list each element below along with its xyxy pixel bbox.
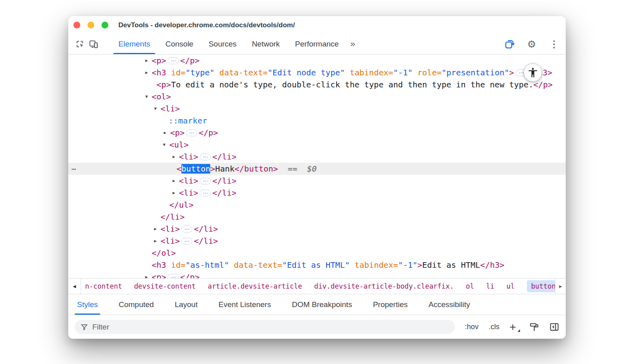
tab-properties[interactable]: Properties <box>373 294 408 315</box>
disclosure-arrow-icon[interactable]: ▸ <box>173 151 179 163</box>
tab-console[interactable]: Console <box>158 34 201 54</box>
token-tag: </ul> <box>169 200 193 210</box>
tab-event-listeners[interactable]: Event Listeners <box>218 294 271 315</box>
new-style-rule-icon[interactable]: + <box>510 322 519 333</box>
tree-row[interactable]: </ul> <box>68 199 566 211</box>
toggle-element-classes-button[interactable]: .cls <box>489 323 500 331</box>
tab-elements[interactable]: Elements <box>111 34 158 54</box>
breadcrumb-item-div[interactable]: div.devsite-article-body.clearfix. <box>314 282 454 290</box>
disclosure-arrow-icon[interactable]: ▾ <box>163 139 169 151</box>
tree-row[interactable]: ▾<li> <box>68 103 566 115</box>
token-attr: tabindex= <box>345 68 393 77</box>
tree-row[interactable]: ▸<p>⋯</p> <box>68 55 566 67</box>
expand-ellipsis-icon[interactable]: ⋯ <box>168 57 179 64</box>
toggle-hover-state-button[interactable]: :hov <box>465 323 479 331</box>
disclosure-arrow-icon[interactable]: ▸ <box>145 271 152 278</box>
tab-computed[interactable]: Computed <box>119 294 154 315</box>
tab-dom-breakpoints[interactable]: DOM Breakpoints <box>292 294 352 315</box>
token-val: "-1" <box>393 68 412 77</box>
token-tag: <li> <box>160 224 180 234</box>
zoom-button[interactable] <box>102 22 108 28</box>
tree-row[interactable]: ▾<ol> <box>68 91 566 103</box>
breadcrumb-item-button[interactable]: button <box>527 280 555 292</box>
tab-sources[interactable]: Sources <box>201 34 244 54</box>
tree-row[interactable]: </ol> <box>68 247 566 259</box>
disclosure-arrow-icon[interactable]: ▸ <box>145 55 152 67</box>
expand-ellipsis-icon[interactable]: ⋯ <box>186 129 197 136</box>
token-tag: <ol> <box>152 92 171 101</box>
tree-row[interactable]: ▾<ul> <box>68 139 566 151</box>
tab-accessibility[interactable]: Accessibility <box>429 294 470 315</box>
breadcrumb-scroll-left-icon[interactable]: ◂ <box>68 279 81 294</box>
tree-row-selected[interactable]: ⋯<button>Hank</button> == $0 <box>68 163 566 175</box>
tree-row[interactable]: </li> <box>68 211 566 223</box>
close-button[interactable] <box>73 22 80 28</box>
tree-row[interactable]: ▸<p>⋯</p> <box>68 127 566 139</box>
inspect-element-icon[interactable] <box>73 37 87 51</box>
breadcrumb-item-ol[interactable]: ol <box>466 282 474 290</box>
more-tabs-icon[interactable]: » <box>346 34 359 54</box>
disclosure-arrow-icon[interactable]: ▸ <box>164 127 170 139</box>
minimize-button[interactable] <box>87 22 94 28</box>
expand-ellipsis-icon[interactable]: ⋯ <box>200 178 211 184</box>
paint-roller-icon[interactable] <box>529 322 539 332</box>
device-toolbar-icon[interactable] <box>87 37 100 51</box>
tab-layout[interactable]: Layout <box>175 294 197 315</box>
expand-ellipsis-icon[interactable]: ⋯ <box>181 226 192 233</box>
tree-row[interactable]: <h3 id="as-html" data-text="Edit as HTML… <box>68 259 566 271</box>
tree-row[interactable]: ▸<p>⋯</p> <box>68 271 566 278</box>
token-tag: </h3> <box>480 260 504 270</box>
token-tag: <p> <box>152 56 166 65</box>
tree-row[interactable]: ::marker <box>68 115 566 127</box>
filter-field[interactable] <box>75 320 455 334</box>
settings-gear-icon[interactable]: ⚙ <box>525 37 538 51</box>
disclosure-arrow-icon[interactable]: ▸ <box>173 175 179 187</box>
disclosure-arrow-icon[interactable]: ▸ <box>154 223 160 235</box>
tree-row[interactable]: ▸<h3 id="type" data-text="Edit node type… <box>68 67 566 79</box>
disclosure-arrow-icon[interactable]: ▸ <box>145 67 152 79</box>
expand-ellipsis-icon[interactable]: ⋯ <box>168 274 179 278</box>
toggle-sidebar-icon[interactable] <box>549 322 559 332</box>
kebab-menu-icon[interactable]: ⋮ <box>547 37 561 51</box>
token-val: "presentation" <box>442 68 510 77</box>
tree-row[interactable]: ▸<li>⋯</li> <box>68 175 566 187</box>
token-text: To edit a node's type, double-click the … <box>171 80 533 89</box>
token-marker: ::marker <box>169 116 207 125</box>
reload-frame-icon[interactable] <box>502 37 516 51</box>
tree-row[interactable]: ▸<li>⋯</li> <box>68 151 566 163</box>
accessibility-person-icon[interactable] <box>524 63 542 82</box>
token-tag: </p> <box>180 272 199 278</box>
disclosure-arrow-icon[interactable]: ▾ <box>145 91 152 103</box>
breadcrumb-item-article[interactable]: article.devsite-article <box>208 282 302 290</box>
token-tag: </p> <box>180 56 199 65</box>
token-tag: <h3 <box>152 68 171 77</box>
disclosure-arrow-icon[interactable]: ▸ <box>154 235 160 247</box>
expand-ellipsis-icon[interactable]: ⋯ <box>200 190 211 196</box>
token-text: Edit as HTML <box>422 260 480 270</box>
token-tag: < <box>177 164 181 174</box>
breadcrumb-item-li[interactable]: li <box>486 282 494 290</box>
tree-row[interactable]: ▸<li>⋯</li> <box>68 223 566 235</box>
tab-network[interactable]: Network <box>244 34 288 54</box>
tree-row[interactable]: ▸<li>⋯</li> <box>68 235 566 247</box>
token-tag: </li> <box>212 152 236 162</box>
token-tag: > <box>417 260 422 270</box>
token-tag: <li> <box>179 176 198 186</box>
tab-performance[interactable]: Performance <box>287 34 346 54</box>
expand-ellipsis-icon[interactable]: ⋯ <box>200 154 211 160</box>
expand-ellipsis-icon[interactable]: ⋯ <box>181 238 192 245</box>
breadcrumb-item-main-content[interactable]: n-content <box>85 282 122 290</box>
token-attr: id= <box>171 260 185 270</box>
breadcrumb-item-ul[interactable]: ul <box>506 282 514 290</box>
token-val: "Edit as HTML" <box>282 260 350 270</box>
row-menu-icon[interactable]: ⋯ <box>71 163 76 175</box>
disclosure-arrow-icon[interactable]: ▸ <box>173 187 179 199</box>
disclosure-arrow-icon[interactable]: ▾ <box>154 103 160 115</box>
breadcrumb-item-devsite-content[interactable]: devsite-content <box>134 282 196 290</box>
token-tag: > <box>210 164 215 174</box>
tree-row[interactable]: <p>To edit a node's type, double-click t… <box>68 79 566 91</box>
filter-input[interactable] <box>92 323 449 332</box>
tab-styles[interactable]: Styles <box>77 294 98 315</box>
tree-row[interactable]: ▸<li>⋯</li> <box>68 187 566 199</box>
breadcrumb-scroll-right-icon[interactable]: ▸ <box>555 279 566 294</box>
